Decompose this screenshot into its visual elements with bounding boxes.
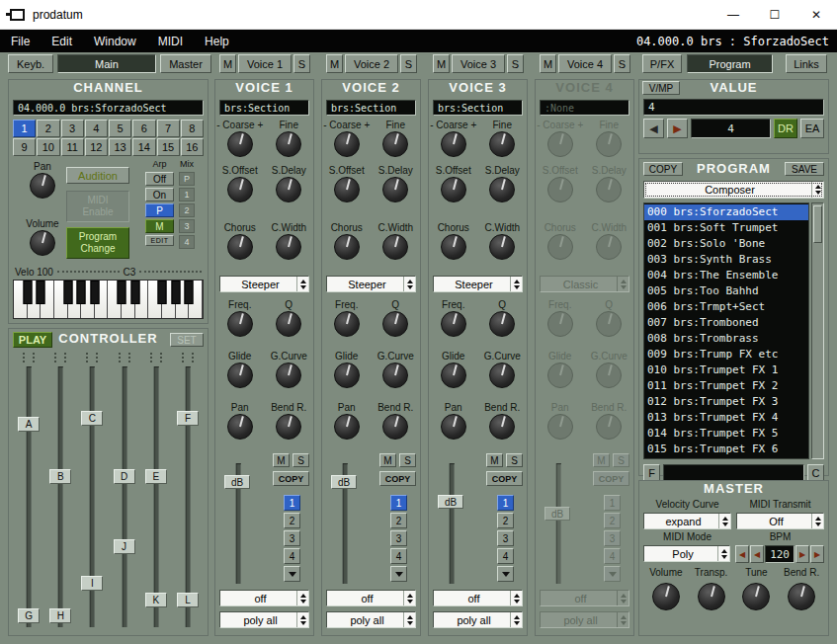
arp-p-button[interactable]: P — [145, 203, 174, 217]
group-expand-button[interactable] — [497, 566, 514, 582]
assign-group-combo[interactable]: poly all — [219, 611, 309, 628]
voice-mute-button[interactable]: M — [273, 453, 290, 467]
program-list-item[interactable]: 012 brs:Trumpet FX 3 — [644, 394, 808, 410]
velocity-curve-combo[interactable]: expand — [643, 513, 731, 529]
value-input[interactable]: 4 — [691, 119, 771, 138]
controller-slider-k[interactable]: K — [145, 593, 167, 607]
glide-curve-knob[interactable] — [276, 362, 301, 388]
chorus-width-knob[interactable] — [276, 234, 301, 260]
controller-slider-e[interactable]: E — [145, 469, 167, 484]
bpm-increment-fast-button[interactable]: ▶ — [810, 545, 824, 563]
play-button[interactable]: PLAY — [13, 332, 52, 348]
voice-1-tab[interactable]: Voice 1 — [238, 54, 292, 73]
voice-3-tab[interactable]: Voice 3 — [452, 54, 505, 73]
chorus-width-knob[interactable] — [596, 234, 622, 260]
transpose-slider[interactable] — [139, 271, 202, 273]
voice-copy-button[interactable]: COPY — [593, 471, 629, 486]
program-filter-button[interactable]: F — [643, 464, 660, 481]
sample-delay-knob[interactable] — [596, 177, 622, 202]
filter-freq-knob[interactable] — [441, 311, 466, 337]
bpm-decrement-fast-button[interactable]: ◀ — [735, 545, 749, 563]
program-list-item[interactable]: 013 brs:Trumpet FX 4 — [644, 410, 808, 426]
menu-window[interactable]: Window — [83, 35, 147, 48]
master-tune-knob[interactable] — [742, 583, 770, 610]
midi-transmit-combo[interactable]: Off — [736, 513, 824, 529]
voice-pan-knob[interactable] — [547, 414, 573, 440]
coarse-tune-knob[interactable] — [441, 131, 466, 157]
program-list-item[interactable]: 001 brs:Soft Trumpet — [644, 220, 808, 236]
piano-key-black[interactable] — [118, 281, 126, 304]
program-list-item[interactable]: 014 brs:Trumpet FX 5 — [644, 426, 808, 442]
program-list[interactable]: 000 brs:SforzadoSect 001 brs:Soft Trumpe… — [643, 202, 809, 459]
fine-tune-knob[interactable] — [489, 131, 515, 157]
channel-volume-knob[interactable] — [30, 230, 55, 256]
group-4-button[interactable]: 4 — [390, 548, 407, 564]
program-filter-input[interactable] — [663, 464, 804, 481]
voice-copy-button[interactable]: COPY — [273, 471, 309, 486]
chorus-knob[interactable] — [441, 234, 466, 260]
program-view-button[interactable]: Program — [687, 54, 773, 73]
group-3-button[interactable]: 3 — [604, 530, 621, 546]
voice-copy-button[interactable]: COPY — [379, 471, 416, 486]
coarse-tune-knob[interactable] — [547, 131, 573, 157]
audition-button[interactable]: Audition — [66, 167, 129, 184]
program-list-item[interactable]: 015 brs:Trumpet FX 6 — [644, 442, 808, 457]
voice-instrument-display[interactable]: brs:Section — [433, 100, 523, 116]
voice-mute-button[interactable]: M — [379, 453, 396, 467]
voice-volume-handle[interactable]: dB — [331, 475, 357, 489]
assign-group-combo[interactable]: poly all — [433, 611, 523, 628]
filter-q-knob[interactable] — [276, 311, 301, 337]
bend-range-knob[interactable] — [489, 414, 515, 440]
piano-key-black[interactable] — [171, 281, 180, 304]
program-list-item[interactable]: 004 brs:The Ensemble — [644, 268, 808, 283]
group-3-button[interactable]: 3 — [497, 530, 514, 546]
arp-edit-button[interactable]: EDIT — [145, 235, 174, 246]
channel-12-button[interactable]: 12 — [85, 138, 108, 156]
voice-instrument-display[interactable]: brs:Section — [219, 100, 309, 116]
voice-volume-slider[interactable]: dB — [544, 463, 572, 584]
piano-key-black[interactable] — [90, 281, 99, 304]
channel-13-button[interactable]: 13 — [109, 138, 131, 156]
group-expand-button[interactable] — [604, 566, 621, 582]
controller-slider-c[interactable]: C — [81, 411, 103, 426]
voice-solo-button[interactable]: S — [399, 453, 416, 467]
arp-on-button[interactable]: On — [145, 188, 174, 201]
voice-pan-knob[interactable] — [227, 414, 253, 440]
program-list-item[interactable]: 003 brs:Synth Brass — [644, 252, 808, 268]
glide-curve-knob[interactable] — [382, 362, 408, 388]
group-3-button[interactable]: 3 — [390, 530, 407, 546]
bend-range-knob[interactable] — [382, 414, 408, 440]
fine-tune-knob[interactable] — [382, 131, 408, 157]
controller-slider-f[interactable]: F — [177, 411, 199, 426]
menu-edit[interactable]: Edit — [41, 35, 83, 48]
scrollbar-thumb[interactable] — [813, 205, 822, 243]
group-2-button[interactable]: 2 — [284, 513, 300, 528]
glide-knob[interactable] — [547, 362, 573, 388]
sample-delay-knob[interactable] — [276, 177, 301, 202]
channel-4-button[interactable]: 4 — [85, 120, 108, 137]
program-list-item[interactable]: 010 brs:Trumpet FX 1 — [644, 362, 808, 378]
program-list-item[interactable]: 005 brs:Too Bahhd — [644, 283, 808, 299]
coarse-tune-knob[interactable] — [334, 131, 360, 157]
menu-midi[interactable]: MIDI — [147, 35, 194, 48]
piano-key-black[interactable] — [77, 281, 86, 304]
close-button[interactable]: ✕ — [795, 0, 837, 29]
pfx-button[interactable]: P/FX — [642, 54, 682, 73]
mix-1-indicator[interactable]: 1 — [179, 188, 195, 201]
filter-q-knob[interactable] — [596, 311, 622, 337]
program-list-item[interactable]: 000 brs:SforzadoSect — [644, 204, 808, 220]
piano-key-black[interactable] — [185, 281, 194, 304]
note-label[interactable]: C3 — [124, 267, 136, 278]
master-volume-knob[interactable] — [652, 583, 680, 610]
voice-mute-button[interactable]: M — [486, 453, 503, 467]
key-window-combo[interactable]: off — [326, 590, 416, 606]
group-expand-button[interactable] — [284, 566, 300, 582]
voice-volume-slider[interactable]: dB — [224, 463, 252, 584]
voice-solo-button[interactable]: S — [506, 453, 523, 467]
piano-key-black[interactable] — [63, 281, 72, 304]
channel-7-button[interactable]: 7 — [157, 120, 180, 137]
voice-volume-handle[interactable]: dB — [438, 495, 463, 509]
sample-offset-knob[interactable] — [227, 177, 253, 202]
channel-14-button[interactable]: 14 — [132, 138, 155, 156]
voice-solo-button[interactable]: S — [293, 453, 309, 467]
